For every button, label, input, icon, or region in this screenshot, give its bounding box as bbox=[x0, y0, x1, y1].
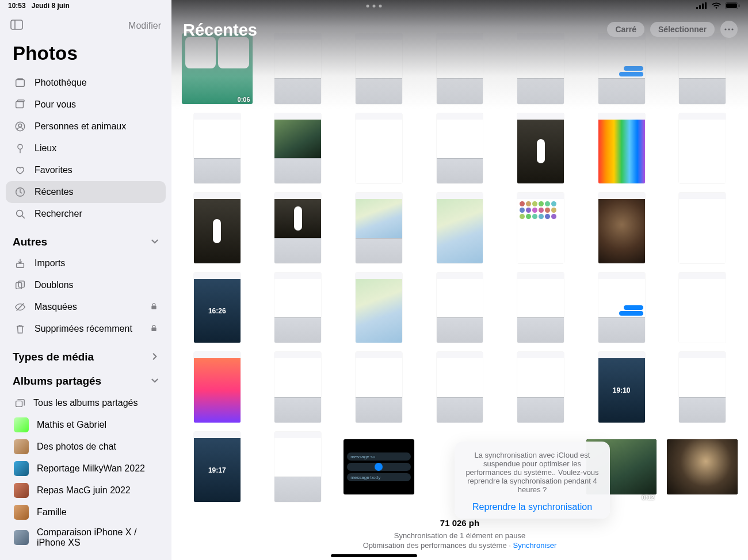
clock-icon bbox=[14, 186, 26, 198]
photo-thumbnail[interactable] bbox=[425, 352, 495, 423]
photo-thumbnail[interactable] bbox=[344, 33, 414, 104]
photo-thumbnail[interactable] bbox=[505, 113, 576, 184]
sidebar-item-favorites[interactable]: Favorites bbox=[6, 159, 166, 181]
photo-thumbnail[interactable] bbox=[586, 33, 657, 104]
sidebar-item-recents[interactable]: Récentes bbox=[6, 181, 166, 203]
photo-thumbnail[interactable] bbox=[667, 432, 738, 503]
sidebar-item-places[interactable]: Lieux bbox=[6, 137, 166, 159]
person-circle-icon bbox=[14, 121, 26, 132]
photo-thumbnail[interactable] bbox=[263, 113, 334, 184]
photo-thumbnail[interactable] bbox=[263, 273, 334, 343]
section-other-label: Autres bbox=[13, 236, 47, 248]
sidebar-item-foryou[interactable]: Pour vous bbox=[6, 94, 166, 116]
search-icon bbox=[14, 208, 26, 220]
photo-thumbnail[interactable] bbox=[586, 193, 657, 263]
photo-thumbnail[interactable] bbox=[505, 193, 576, 263]
photo-thumbnail[interactable] bbox=[667, 352, 738, 423]
sidebar-item-dups[interactable]: Doublons bbox=[6, 274, 166, 296]
photo-thumbnail[interactable] bbox=[586, 273, 657, 343]
photo-thumbnail[interactable] bbox=[425, 113, 495, 184]
photo-thumbnail[interactable] bbox=[344, 193, 414, 263]
photo-thumbnail[interactable] bbox=[667, 33, 738, 104]
sync-status-line: Synchronisation de 1 élément en pause bbox=[171, 531, 748, 540]
photo-thumbnail[interactable] bbox=[505, 273, 576, 343]
photo-thumbnail[interactable] bbox=[263, 33, 334, 104]
library-icon bbox=[14, 77, 26, 89]
photo-thumbnail[interactable] bbox=[667, 273, 738, 343]
photo-thumbnail[interactable]: 16:26 bbox=[182, 273, 253, 343]
photo-thumbnail[interactable] bbox=[505, 33, 576, 104]
photo-thumbnail[interactable] bbox=[344, 273, 414, 343]
footer: 71 026 ph Synchronisation de 1 élément e… bbox=[171, 518, 748, 550]
sidebar-item-people[interactable]: Personnes et animaux bbox=[6, 116, 166, 137]
sidebar-toggle-icon[interactable] bbox=[10, 20, 23, 32]
photo-thumbnail[interactable]: 0:06 bbox=[182, 33, 253, 104]
album-thumb bbox=[14, 483, 29, 498]
album-item-allshared[interactable]: Tous les albums partagés bbox=[6, 392, 166, 414]
more-button[interactable] bbox=[720, 21, 738, 38]
photo-thumbnail[interactable] bbox=[667, 193, 738, 263]
sidebar-item-hidden[interactable]: Masquées bbox=[6, 296, 166, 318]
heart-cards-icon bbox=[14, 99, 26, 110]
svg-rect-9 bbox=[16, 80, 25, 87]
chevron-right-icon bbox=[151, 351, 159, 363]
photo-thumbnail[interactable] bbox=[344, 352, 414, 423]
photo-thumbnail[interactable] bbox=[344, 113, 414, 184]
photo-thumbnail[interactable] bbox=[182, 193, 253, 263]
svg-point-13 bbox=[16, 122, 24, 131]
photo-thumbnail[interactable] bbox=[425, 273, 495, 343]
sidebar-item-search[interactable]: Rechercher bbox=[6, 203, 166, 225]
photo-thumbnail[interactable]: 19:10 bbox=[586, 352, 657, 423]
download-icon bbox=[14, 258, 26, 269]
photo-thumbnail[interactable] bbox=[263, 432, 334, 503]
section-media-label: Types de média bbox=[13, 351, 94, 363]
sidebar-item-label: Lieux bbox=[35, 143, 56, 154]
edit-button[interactable]: Modifier bbox=[128, 21, 161, 31]
home-indicator[interactable] bbox=[331, 554, 417, 557]
sidebar-item-deleted[interactable]: Supprimées récemment bbox=[6, 318, 166, 340]
aspect-button[interactable]: Carré bbox=[607, 22, 644, 37]
sync-detail | optimize-line: Optimisation des performances du système… bbox=[363, 541, 513, 550]
status-bar: 10:53 Jeudi 8 juin bbox=[0, 0, 748, 11]
album-item-a4[interactable]: Repas MacG juin 2022 bbox=[6, 480, 166, 501]
section-other[interactable]: Autres bbox=[0, 227, 171, 251]
album-item-a2[interactable]: Des photos de chat bbox=[6, 436, 166, 458]
sidebar-item-imports[interactable]: Imports bbox=[6, 252, 166, 274]
album-item-a5[interactable]: Famille bbox=[6, 501, 166, 523]
album-label: Reportage MilkyWan 2022 bbox=[37, 463, 145, 474]
sidebar-item-library[interactable]: Photothèque bbox=[6, 72, 166, 94]
photo-thumbnail[interactable] bbox=[586, 113, 657, 184]
photo-thumbnail[interactable] bbox=[667, 113, 738, 184]
album-item-a1[interactable]: Mathis et Gabriel bbox=[6, 414, 166, 436]
svg-rect-0 bbox=[696, 7, 698, 9]
album-label: Tous les albums partagés bbox=[33, 398, 138, 408]
photo-thumbnail[interactable] bbox=[505, 352, 576, 423]
eye-slash-icon bbox=[14, 301, 26, 313]
resume-sync-button[interactable]: Reprendre la synchronisation bbox=[463, 502, 602, 512]
album-item-a6[interactable]: Comparaison iPhone X / iPhone XS bbox=[6, 523, 166, 552]
photo-thumbnail[interactable]: message sumessage body bbox=[344, 432, 414, 503]
photo-thumbnail[interactable] bbox=[425, 33, 495, 104]
section-media-types[interactable]: Types de média bbox=[0, 342, 171, 366]
svg-point-15 bbox=[18, 144, 22, 149]
album-item-a3[interactable]: Reportage MilkyWan 2022 bbox=[6, 458, 166, 480]
pin-icon bbox=[14, 143, 26, 154]
sidebar-item-label: Photothèque bbox=[35, 78, 87, 88]
photo-thumbnail[interactable] bbox=[182, 113, 253, 184]
photo-thumbnail[interactable]: 19:17 bbox=[182, 432, 253, 503]
chevron-down-icon bbox=[151, 236, 159, 248]
select-button[interactable]: Sélectionner bbox=[650, 22, 715, 37]
photo-thumbnail[interactable] bbox=[263, 352, 334, 423]
svg-rect-7 bbox=[11, 20, 22, 29]
photo-thumbnail[interactable] bbox=[263, 193, 334, 263]
chevron-down-icon bbox=[151, 375, 159, 388]
duplicates-icon bbox=[14, 279, 26, 291]
album-thumb bbox=[14, 461, 29, 476]
svg-rect-25 bbox=[151, 328, 156, 332]
album-label: Des photos de chat bbox=[37, 442, 116, 452]
photo-thumbnail[interactable] bbox=[425, 193, 495, 263]
sync-now-link[interactable]: Synchroniser bbox=[513, 541, 556, 550]
photo-thumbnail[interactable] bbox=[182, 352, 253, 423]
sidebar-item-label: Rechercher bbox=[35, 209, 82, 219]
section-shared-albums[interactable]: Albums partagés bbox=[0, 366, 171, 390]
